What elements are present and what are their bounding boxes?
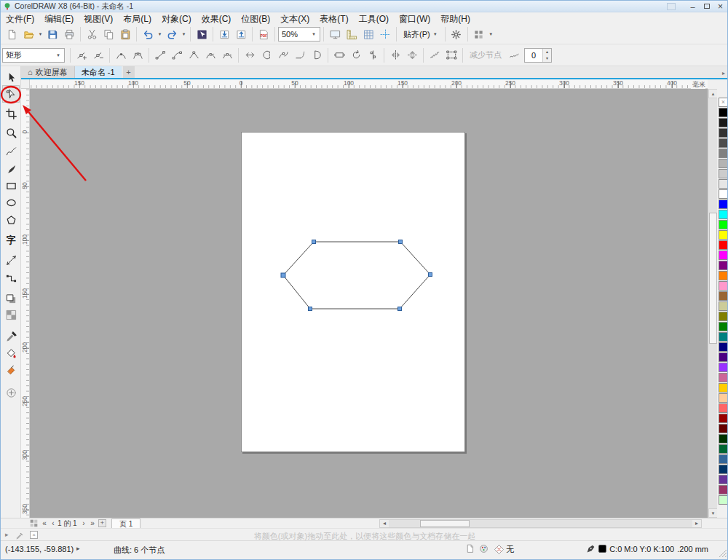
color-swatch[interactable]	[719, 271, 728, 280]
crop-tool[interactable]	[3, 106, 19, 122]
color-swatch[interactable]	[719, 383, 728, 393]
document-palette-icon[interactable]	[479, 544, 488, 553]
fill-status[interactable]: 无	[494, 544, 514, 555]
import-button[interactable]	[216, 26, 232, 42]
save-button[interactable]	[44, 26, 60, 42]
titlebar[interactable]: CorelDRAW X8 (64-Bit) - 未命名 -1 – ×	[1, 1, 727, 12]
align-nodes-button[interactable]	[365, 47, 381, 63]
color-swatch[interactable]	[719, 322, 728, 331]
spin-up-icon[interactable]: ▴	[543, 49, 551, 55]
color-swatch[interactable]	[719, 210, 728, 219]
chevron-down-icon[interactable]: ▾	[181, 31, 187, 37]
reduce-nodes-button[interactable]: 减少节点	[466, 50, 505, 60]
color-swatch[interactable]	[719, 414, 728, 423]
color-swatch[interactable]	[719, 291, 728, 301]
extend-curve-button[interactable]	[292, 47, 308, 63]
reverse-direction-button[interactable]	[242, 47, 258, 63]
color-swatch[interactable]	[719, 118, 728, 127]
cut-button[interactable]	[84, 26, 100, 42]
horizontal-scroll-thumb[interactable]	[420, 520, 470, 527]
open-button[interactable]	[20, 26, 36, 42]
delete-node-button[interactable]	[90, 47, 106, 63]
color-swatch[interactable]	[719, 424, 728, 433]
maximize-button[interactable]	[700, 1, 713, 11]
color-swatch[interactable]	[719, 138, 728, 148]
color-swatch[interactable]	[719, 434, 728, 443]
menu-item-4[interactable]: 布局(L)	[118, 13, 157, 25]
color-swatch[interactable]	[719, 444, 728, 454]
transparency-tool[interactable]	[3, 307, 19, 323]
select-all-nodes-button[interactable]	[443, 47, 459, 63]
stretch-nodes-button[interactable]	[331, 47, 347, 63]
pick-tool[interactable]	[3, 69, 19, 85]
text-tool[interactable]: 字	[3, 232, 19, 248]
color-swatch[interactable]	[719, 149, 728, 158]
color-swatch[interactable]	[719, 251, 728, 260]
artistic-media-tool[interactable]	[3, 161, 19, 177]
color-swatch[interactable]	[719, 312, 728, 321]
spin-down-icon[interactable]: ▾	[543, 55, 551, 62]
zoom-level-select[interactable]: 50%▾	[278, 27, 320, 42]
symmetrical-node-button[interactable]	[219, 47, 235, 63]
color-eyedropper-tool[interactable]	[3, 328, 19, 344]
menu-item-5[interactable]: 对象(C)	[157, 13, 197, 25]
selection-mode-select[interactable]: 矩形▾	[2, 48, 65, 63]
color-swatch[interactable]	[719, 108, 728, 117]
color-swatch[interactable]	[719, 281, 728, 291]
color-swatch[interactable]	[719, 159, 728, 168]
scroll-left-icon[interactable]: ◂	[380, 520, 389, 527]
extract-subpath-button[interactable]	[275, 47, 291, 63]
color-swatch[interactable]	[719, 189, 728, 199]
color-swatch[interactable]	[719, 230, 728, 240]
color-swatch[interactable]	[719, 403, 728, 413]
vertical-scrollbar[interactable]: ▲ ▼	[708, 89, 717, 518]
no-color-swatch[interactable]: ×	[719, 98, 728, 107]
application-launcher-button[interactable]	[471, 26, 487, 42]
export-button[interactable]	[233, 26, 249, 42]
rectangle-tool[interactable]	[3, 178, 19, 194]
smart-fill-tool[interactable]	[3, 361, 19, 377]
color-swatch[interactable]	[719, 332, 728, 342]
color-swatch[interactable]	[719, 373, 728, 382]
color-swatch[interactable]	[719, 240, 728, 250]
connector-tool[interactable]	[3, 270, 19, 286]
resize-grip[interactable]	[719, 549, 727, 559]
break-curve-button[interactable]	[130, 47, 146, 63]
color-swatch[interactable]	[719, 169, 728, 178]
horizontal-scrollbar[interactable]: ◂ ▸	[379, 519, 702, 528]
menu-item-12[interactable]: 帮助(H)	[435, 13, 475, 25]
publish-pdf-button[interactable]: PDF	[256, 26, 272, 42]
chevron-down-icon[interactable]: ▾	[488, 31, 494, 37]
smooth-node-button[interactable]	[202, 47, 218, 63]
color-swatch[interactable]	[719, 465, 728, 474]
shape-tool[interactable]	[3, 86, 19, 102]
new-document-button[interactable]	[4, 26, 20, 42]
curve-smoothness-button[interactable]	[506, 47, 522, 63]
color-swatch[interactable]	[719, 352, 728, 362]
add-node-button[interactable]	[74, 47, 90, 63]
color-swatch[interactable]	[719, 475, 728, 484]
menu-item-8[interactable]: 文本(X)	[275, 13, 314, 25]
reflect-nodes-horizontal-button[interactable]	[387, 47, 403, 63]
redo-button[interactable]	[164, 26, 180, 42]
chevron-down-icon[interactable]: ▾	[37, 31, 44, 37]
color-swatch[interactable]	[719, 220, 728, 229]
reflect-nodes-vertical-button[interactable]	[404, 47, 420, 63]
color-swatch[interactable]	[719, 200, 728, 209]
join-nodes-button[interactable]	[113, 47, 129, 63]
vertical-scroll-thumb[interactable]	[709, 213, 717, 344]
previous-page-button[interactable]: ‹	[49, 518, 58, 528]
tab-scroll-right-icon[interactable]: ▸	[722, 70, 725, 76]
more-tools-button[interactable]	[3, 384, 19, 401]
convert-to-curve-button[interactable]	[169, 47, 185, 63]
color-swatch[interactable]	[719, 261, 728, 270]
drawing-canvas[interactable]	[30, 89, 708, 518]
convert-to-line-button[interactable]	[152, 47, 168, 63]
fullscreen-preview-button[interactable]	[327, 26, 343, 42]
print-button[interactable]	[61, 26, 77, 42]
options-button[interactable]	[448, 26, 464, 42]
horizontal-ruler[interactable]: 毫米 15010050050100150200250300350400	[30, 79, 708, 89]
outline-status[interactable]: C:0 M:0 Y:0 K:100 .200 mm	[586, 544, 708, 553]
cusp-node-button[interactable]	[186, 47, 202, 63]
parallel-dimension-tool[interactable]	[3, 252, 19, 268]
